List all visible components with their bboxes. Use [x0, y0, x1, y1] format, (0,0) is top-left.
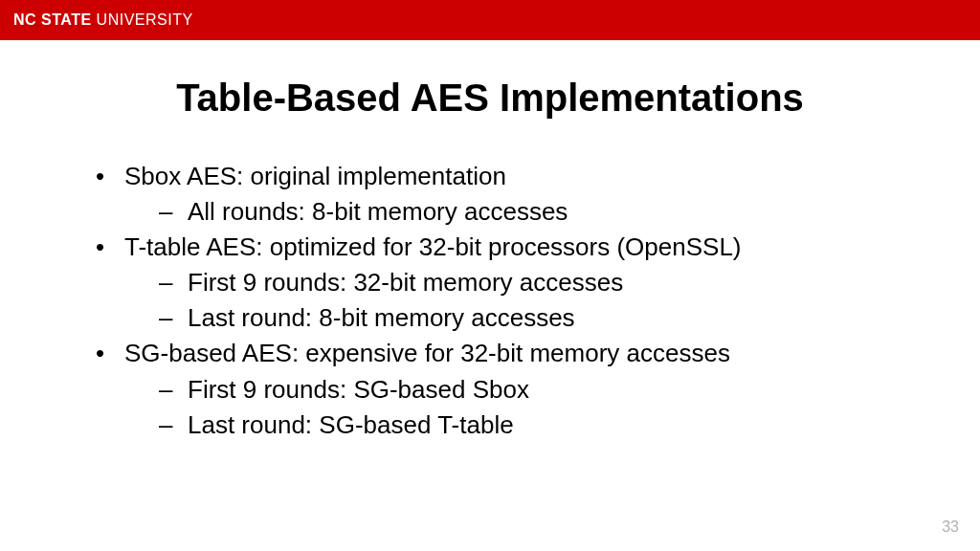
- header-bar: NC STATE UNIVERSITY: [0, 0, 980, 40]
- sub-list: First 9 rounds: 32-bit memory accesses L…: [124, 266, 923, 335]
- list-item: First 9 rounds: SG-based Sbox: [159, 373, 923, 407]
- bullet-list: Sbox AES: original implementation All ro…: [57, 160, 923, 442]
- list-item: SG-based AES: expensive for 32-bit memor…: [96, 337, 923, 441]
- sub-bullet-text: All rounds: 8-bit memory accesses: [188, 197, 568, 226]
- list-item: Last round: 8-bit memory accesses: [159, 301, 923, 335]
- list-item: All rounds: 8-bit memory accesses: [159, 195, 923, 229]
- bullet-text: Sbox AES: original implementation: [124, 162, 506, 190]
- sub-bullet-text: Last round: 8-bit memory accesses: [188, 303, 575, 332]
- sub-list: First 9 rounds: SG-based Sbox Last round…: [124, 373, 923, 442]
- page-number: 33: [942, 518, 959, 536]
- sub-bullet-text: First 9 rounds: 32-bit memory accesses: [188, 268, 623, 297]
- sub-list: All rounds: 8-bit memory accesses: [124, 195, 923, 229]
- list-item: First 9 rounds: 32-bit memory accesses: [159, 266, 923, 299]
- slide-title: Table-Based AES Implementations: [57, 77, 923, 120]
- list-item: Sbox AES: original implementation All ro…: [96, 160, 923, 229]
- bullet-text: T-table AES: optimized for 32-bit proces…: [124, 232, 742, 261]
- sub-bullet-text: Last round: SG-based T-table: [188, 410, 514, 439]
- university-brand: NC STATE UNIVERSITY: [13, 11, 193, 29]
- list-item: Last round: SG-based T-table: [159, 408, 923, 442]
- brand-bold-text: NC STATE: [13, 11, 92, 28]
- bullet-text: SG-based AES: expensive for 32-bit memor…: [124, 339, 730, 367]
- slide-content: Table-Based AES Implementations Sbox AES…: [0, 40, 980, 442]
- brand-light-text: UNIVERSITY: [92, 11, 193, 28]
- list-item: T-table AES: optimized for 32-bit proces…: [96, 231, 923, 335]
- sub-bullet-text: First 9 rounds: SG-based Sbox: [188, 375, 529, 404]
